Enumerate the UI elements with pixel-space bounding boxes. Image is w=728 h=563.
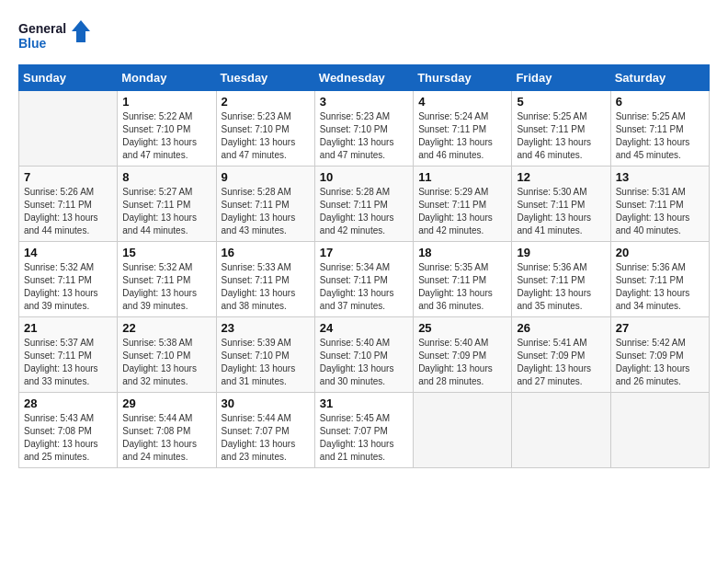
calendar-table: SundayMondayTuesdayWednesdayThursdayFrid… <box>18 64 710 468</box>
calendar-cell: 12Sunrise: 5:30 AMSunset: 7:11 PMDayligh… <box>512 167 610 242</box>
calendar-cell: 30Sunrise: 5:44 AMSunset: 7:07 PMDayligh… <box>216 393 314 468</box>
svg-marker-2 <box>72 20 90 42</box>
day-info: Sunrise: 5:40 AMSunset: 7:10 PMDaylight:… <box>320 337 408 388</box>
calendar-cell: 7Sunrise: 5:26 AMSunset: 7:11 PMDaylight… <box>19 167 118 242</box>
calendar-cell: 19Sunrise: 5:36 AMSunset: 7:11 PMDayligh… <box>512 242 610 317</box>
day-number: 28 <box>24 396 112 410</box>
day-number: 18 <box>418 246 506 259</box>
day-info: Sunrise: 5:34 AMSunset: 7:11 PMDaylight:… <box>320 261 408 313</box>
day-number: 14 <box>24 246 112 259</box>
weekday-header-monday: Monday <box>118 65 216 91</box>
calendar-header: SundayMondayTuesdayWednesdayThursdayFrid… <box>19 65 710 91</box>
logo: General Blue <box>18 18 92 55</box>
calendar-cell: 10Sunrise: 5:28 AMSunset: 7:11 PMDayligh… <box>314 167 413 242</box>
svg-text:General: General <box>18 21 66 36</box>
day-number: 22 <box>122 321 210 335</box>
calendar-cell: 18Sunrise: 5:35 AMSunset: 7:11 PMDayligh… <box>414 242 512 317</box>
day-info: Sunrise: 5:39 AMSunset: 7:10 PMDaylight:… <box>222 337 310 388</box>
day-info: Sunrise: 5:44 AMSunset: 7:07 PMDaylight:… <box>222 412 310 464</box>
calendar-cell: 29Sunrise: 5:44 AMSunset: 7:08 PMDayligh… <box>118 393 216 468</box>
day-info: Sunrise: 5:43 AMSunset: 7:08 PMDaylight:… <box>24 412 112 464</box>
day-info: Sunrise: 5:36 AMSunset: 7:11 PMDaylight:… <box>517 261 605 313</box>
day-number: 9 <box>222 170 310 184</box>
day-info: Sunrise: 5:45 AMSunset: 7:07 PMDaylight:… <box>320 412 408 464</box>
day-info: Sunrise: 5:38 AMSunset: 7:10 PMDaylight:… <box>122 337 210 388</box>
day-number: 20 <box>616 246 704 259</box>
calendar-cell: 27Sunrise: 5:42 AMSunset: 7:09 PMDayligh… <box>610 317 709 393</box>
weekday-header-friday: Friday <box>512 65 610 91</box>
day-info: Sunrise: 5:41 AMSunset: 7:09 PMDaylight:… <box>517 337 605 388</box>
day-info: Sunrise: 5:36 AMSunset: 7:11 PMDaylight:… <box>616 261 704 313</box>
day-info: Sunrise: 5:35 AMSunset: 7:11 PMDaylight:… <box>418 261 506 313</box>
day-number: 23 <box>222 321 310 335</box>
calendar-cell: 26Sunrise: 5:41 AMSunset: 7:09 PMDayligh… <box>512 317 610 393</box>
day-number: 29 <box>122 396 210 410</box>
day-info: Sunrise: 5:37 AMSunset: 7:11 PMDaylight:… <box>24 337 112 388</box>
week-row-0: 1Sunrise: 5:22 AMSunset: 7:10 PMDaylight… <box>19 91 710 167</box>
day-info: Sunrise: 5:25 AMSunset: 7:11 PMDaylight:… <box>616 110 704 162</box>
day-number: 10 <box>320 170 408 184</box>
week-row-1: 7Sunrise: 5:26 AMSunset: 7:11 PMDaylight… <box>19 167 710 242</box>
day-number: 16 <box>222 246 310 259</box>
day-info: Sunrise: 5:28 AMSunset: 7:11 PMDaylight:… <box>222 186 310 237</box>
weekday-header-wednesday: Wednesday <box>314 65 413 91</box>
day-number: 13 <box>616 170 704 184</box>
calendar-cell: 20Sunrise: 5:36 AMSunset: 7:11 PMDayligh… <box>610 242 709 317</box>
calendar-cell: 5Sunrise: 5:25 AMSunset: 7:11 PMDaylight… <box>512 91 610 167</box>
calendar-cell: 31Sunrise: 5:45 AMSunset: 7:07 PMDayligh… <box>314 393 413 468</box>
day-number: 15 <box>122 246 210 259</box>
logo-svg: General Blue <box>18 18 92 55</box>
weekday-header-tuesday: Tuesday <box>216 65 314 91</box>
weekday-header-thursday: Thursday <box>414 65 512 91</box>
day-number: 2 <box>222 95 310 109</box>
day-number: 12 <box>517 170 605 184</box>
day-number: 24 <box>320 321 408 335</box>
day-info: Sunrise: 5:27 AMSunset: 7:11 PMDaylight:… <box>122 186 210 237</box>
day-number: 1 <box>122 95 210 109</box>
day-number: 8 <box>122 170 210 184</box>
calendar-body: 1Sunrise: 5:22 AMSunset: 7:10 PMDaylight… <box>19 91 710 468</box>
weekday-header-saturday: Saturday <box>610 65 709 91</box>
day-number: 21 <box>24 321 112 335</box>
day-number: 30 <box>222 396 310 410</box>
calendar-cell: 11Sunrise: 5:29 AMSunset: 7:11 PMDayligh… <box>414 167 512 242</box>
calendar-cell: 22Sunrise: 5:38 AMSunset: 7:10 PMDayligh… <box>118 317 216 393</box>
calendar-cell <box>610 393 709 468</box>
day-number: 26 <box>517 321 605 335</box>
day-number: 31 <box>320 396 408 410</box>
day-number: 25 <box>418 321 506 335</box>
day-info: Sunrise: 5:24 AMSunset: 7:11 PMDaylight:… <box>418 110 506 162</box>
day-info: Sunrise: 5:32 AMSunset: 7:11 PMDaylight:… <box>122 261 210 313</box>
day-number: 17 <box>320 246 408 259</box>
day-info: Sunrise: 5:31 AMSunset: 7:11 PMDaylight:… <box>616 186 704 237</box>
day-number: 27 <box>616 321 704 335</box>
calendar-cell <box>19 91 118 167</box>
calendar-cell: 21Sunrise: 5:37 AMSunset: 7:11 PMDayligh… <box>19 317 118 393</box>
calendar-cell: 15Sunrise: 5:32 AMSunset: 7:11 PMDayligh… <box>118 242 216 317</box>
day-info: Sunrise: 5:28 AMSunset: 7:11 PMDaylight:… <box>320 186 408 237</box>
day-number: 6 <box>616 95 704 109</box>
svg-text:Blue: Blue <box>18 36 47 51</box>
day-info: Sunrise: 5:25 AMSunset: 7:11 PMDaylight:… <box>517 110 605 162</box>
calendar-cell <box>414 393 512 468</box>
day-info: Sunrise: 5:23 AMSunset: 7:10 PMDaylight:… <box>222 110 310 162</box>
week-row-2: 14Sunrise: 5:32 AMSunset: 7:11 PMDayligh… <box>19 242 710 317</box>
calendar-cell: 2Sunrise: 5:23 AMSunset: 7:10 PMDaylight… <box>216 91 314 167</box>
calendar-cell: 24Sunrise: 5:40 AMSunset: 7:10 PMDayligh… <box>314 317 413 393</box>
day-info: Sunrise: 5:22 AMSunset: 7:10 PMDaylight:… <box>122 110 210 162</box>
day-number: 7 <box>24 170 112 184</box>
calendar-cell: 9Sunrise: 5:28 AMSunset: 7:11 PMDaylight… <box>216 167 314 242</box>
calendar-cell: 25Sunrise: 5:40 AMSunset: 7:09 PMDayligh… <box>414 317 512 393</box>
calendar-cell: 4Sunrise: 5:24 AMSunset: 7:11 PMDaylight… <box>414 91 512 167</box>
calendar-cell: 1Sunrise: 5:22 AMSunset: 7:10 PMDaylight… <box>118 91 216 167</box>
day-info: Sunrise: 5:44 AMSunset: 7:08 PMDaylight:… <box>122 412 210 464</box>
calendar-cell: 28Sunrise: 5:43 AMSunset: 7:08 PMDayligh… <box>19 393 118 468</box>
calendar-cell: 3Sunrise: 5:23 AMSunset: 7:10 PMDaylight… <box>314 91 413 167</box>
weekday-row: SundayMondayTuesdayWednesdayThursdayFrid… <box>19 65 710 91</box>
weekday-header-sunday: Sunday <box>19 65 118 91</box>
calendar-cell: 16Sunrise: 5:33 AMSunset: 7:11 PMDayligh… <box>216 242 314 317</box>
calendar-cell <box>512 393 610 468</box>
day-number: 19 <box>517 246 605 259</box>
calendar-cell: 8Sunrise: 5:27 AMSunset: 7:11 PMDaylight… <box>118 167 216 242</box>
day-info: Sunrise: 5:32 AMSunset: 7:11 PMDaylight:… <box>24 261 112 313</box>
